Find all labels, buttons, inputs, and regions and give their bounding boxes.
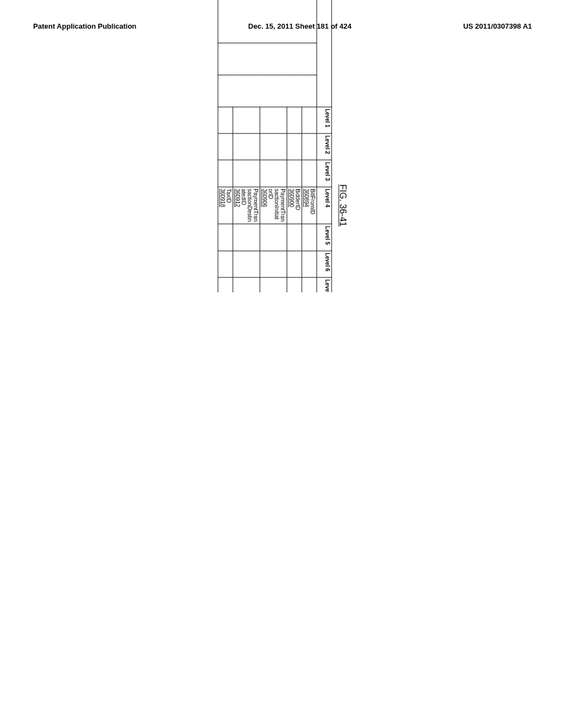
- cell-level4: BillFromID360894: [302, 187, 317, 224]
- th-level2: Level 2: [317, 133, 332, 160]
- figure-label: FIG. 36-41: [338, 0, 348, 292]
- cell-level4: PaymentTransactionInitiatorID360906: [260, 187, 287, 224]
- cell-level4: BidderID360900: [287, 187, 302, 224]
- th-package: Package: [317, 0, 332, 107]
- th-level4: Level 4: [317, 187, 332, 224]
- cell-level4: PaymentTransactionDestinatedID360912: [233, 187, 260, 224]
- th-level7: Level 7: [317, 277, 332, 292]
- data-table: Package Level 1 Level 2 Level 3 Level 4 …: [218, 0, 332, 292]
- table-body: BillFromID360894 0..1360896 PartyPartyID…: [218, 0, 317, 292]
- cell-level4: TaxID360918: [218, 187, 233, 224]
- table-row: BillFromID360894 0..1360896 PartyPartyID…: [302, 0, 317, 292]
- th-level5: Level 5: [317, 224, 332, 250]
- header-left: Patent Application Publication: [33, 22, 136, 30]
- th-level6: Level 6: [317, 251, 332, 277]
- header-right: US 2011/0307398 A1: [463, 22, 532, 30]
- th-level1: Level 1: [317, 107, 332, 133]
- th-level3: Level 3: [317, 160, 332, 186]
- table-header-row: Package Level 1 Level 2 Level 3 Level 4 …: [317, 0, 332, 292]
- figure-area: FIG. 36-41 Package Level 1 Level 2 Level…: [218, 0, 348, 292]
